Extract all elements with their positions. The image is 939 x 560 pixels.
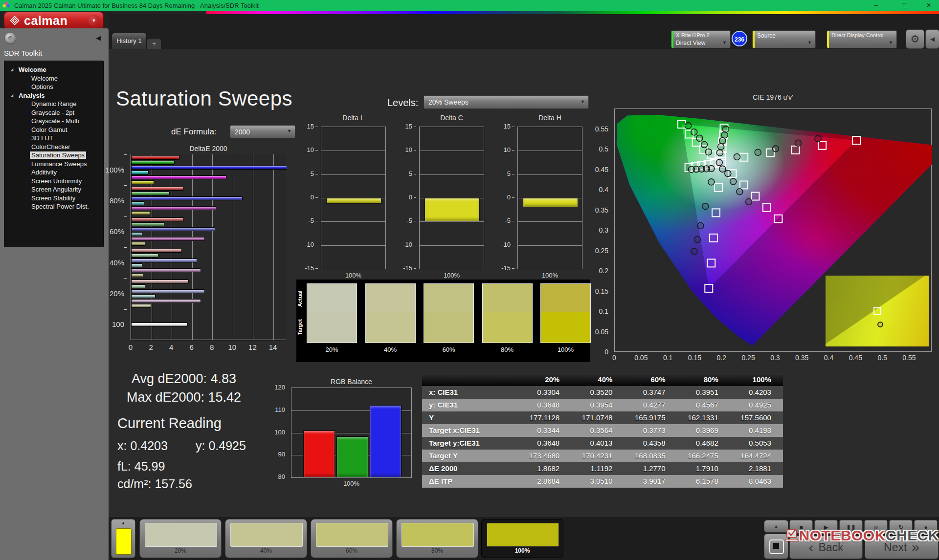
axis-tick xyxy=(315,150,318,151)
pattern-patch-80[interactable]: 80% xyxy=(396,519,478,558)
y-tick-label: -10 xyxy=(305,241,314,248)
sidebar-item-options[interactable]: Options xyxy=(4,83,103,91)
de-formula-dropdown[interactable]: 2000 ▼ xyxy=(230,125,295,138)
swatch-60 xyxy=(424,283,474,343)
gridline xyxy=(420,245,484,246)
pattern-patch-100[interactable]: 100% xyxy=(481,519,563,558)
collapse-panel-button[interactable]: ◀ xyxy=(925,29,939,49)
sidebar-item-welcome[interactable]: Welcome xyxy=(4,74,103,83)
loop-button[interactable]: ∞ xyxy=(864,520,888,534)
loop-icon: ∞ xyxy=(874,524,878,531)
stop-button[interactable]: ■ xyxy=(789,520,813,534)
play-button[interactable]: ▶ xyxy=(814,520,838,534)
stop-measure-button[interactable] xyxy=(764,534,788,559)
sidebar-item-welcome[interactable]: ◢Welcome xyxy=(4,65,103,74)
cie-y-tick-label: 0.35 xyxy=(595,206,608,214)
sidebar-item-dynamic-range[interactable]: Dynamic Range xyxy=(4,100,103,108)
calman-diamond-icon xyxy=(8,14,21,27)
chevron-right-icon: » xyxy=(912,539,919,555)
source-dropdown[interactable]: Source ▼ xyxy=(752,30,816,48)
sidebar-item-label: Grayscale - 2pt xyxy=(30,109,76,116)
y-tick-label: 100 xyxy=(274,429,285,436)
sidebar-item-analysis[interactable]: ◢Analysis xyxy=(4,91,103,100)
pattern-patch-20[interactable]: 20% xyxy=(139,519,222,558)
record-button[interactable]: ● xyxy=(914,520,938,534)
y-tick-label: 15 xyxy=(405,123,412,130)
pattern-patch-60[interactable]: 60% xyxy=(311,519,393,558)
swatch-target xyxy=(424,312,473,343)
workflow-indicator[interactable] xyxy=(5,33,16,43)
calman-menu-button[interactable]: calman ▼ xyxy=(4,12,104,29)
cie-chart-title: CIE 1976 u'v' xyxy=(614,93,932,101)
table-cell: 0.4277 xyxy=(624,399,677,411)
table-cell: 173.4680 xyxy=(518,450,571,462)
table-cell: 171.0748 xyxy=(571,411,624,424)
expander-icon[interactable]: ◢ xyxy=(10,91,13,100)
cie-y-tick-label: 0.1 xyxy=(599,307,608,315)
display-control-dropdown[interactable]: Direct Display Control ▼ xyxy=(827,30,897,48)
deltae-bar-red xyxy=(131,187,184,191)
sidebar-item-grayscale-2pt[interactable]: Grayscale - 2pt xyxy=(4,108,103,117)
tab-history-1[interactable]: History 1 xyxy=(112,33,147,49)
sidebar-item-colorchecker[interactable]: ColorChecker xyxy=(4,143,103,151)
cie-measured-marker-blue xyxy=(691,248,697,255)
current-reading-title: Current Reading xyxy=(117,415,222,431)
pattern-preview-tile[interactable]: ▲ xyxy=(111,519,135,558)
table-row-y: Y177.1128171.0748165.9175162.1331157.560… xyxy=(422,411,783,424)
delta-c-x-label: 100% xyxy=(419,272,484,279)
meter-count-badge[interactable]: 236 xyxy=(732,31,747,46)
swatch-20 xyxy=(307,283,357,343)
refresh-button[interactable]: ↻ xyxy=(889,520,913,534)
restore-button[interactable] xyxy=(894,0,915,11)
y-tick-label: 15 xyxy=(307,123,314,130)
pattern-patch-40[interactable]: 40% xyxy=(225,519,307,558)
deltae-bar-red xyxy=(131,249,182,253)
cie-y-tick-label: 0.55 xyxy=(595,125,608,133)
levels-dropdown[interactable]: 20% Sweeps ▼ xyxy=(424,95,589,109)
sidebar-collapse-button[interactable]: ◀ xyxy=(93,33,104,43)
add-tab-button[interactable]: + xyxy=(147,38,161,49)
refresh-icon: ↻ xyxy=(898,524,903,531)
axis-tick xyxy=(124,185,127,186)
next-button[interactable]: Next » xyxy=(865,536,939,559)
sidebar-item-label: Welcome xyxy=(17,66,48,73)
table-cell: 0.3520 xyxy=(571,386,624,399)
cie-y-tick-label: 0 xyxy=(604,348,608,356)
sidebar-item-3d-lut[interactable]: 3D LUT xyxy=(4,134,103,143)
table-cell: 0.4013 xyxy=(571,437,624,450)
sidebar-item-grayscale-multi[interactable]: Grayscale - Multi xyxy=(4,117,103,126)
y-tick-label: 0 xyxy=(409,194,412,201)
pause-button[interactable]: ❚❚ xyxy=(839,520,863,534)
swatch-80 xyxy=(482,283,533,343)
deltae-bar-magenta xyxy=(131,268,201,272)
measurement-table: 20%40%60%80%100%x: CIE310.33040.35200.37… xyxy=(422,373,783,488)
deltae-bar-blue xyxy=(131,258,197,262)
meter-dropdown[interactable]: X-Rite i1Pro 2 Direct View ▼ xyxy=(671,30,731,48)
y-tick-label: 5 xyxy=(311,170,314,177)
cie-x-tick-label: 0.55 xyxy=(900,354,918,362)
deltae-y-axis: 100%80%60%40%20%100 xyxy=(86,154,127,340)
back-button[interactable]: ‹ Back xyxy=(789,536,863,559)
calman-menu-arrow[interactable]: ▼ xyxy=(88,15,100,26)
deltae-x-tick-label: 12 xyxy=(246,343,258,351)
cie-x-tick-label: 0.5 xyxy=(873,354,891,362)
sidebar-item-color-gamut[interactable]: Color Gamut xyxy=(4,126,103,134)
source-label: Source xyxy=(757,32,776,39)
expander-icon[interactable]: ◢ xyxy=(10,65,13,74)
max-de2000-reading: Max dE2000: 15.42 xyxy=(112,390,256,405)
table-cell: 0.3564 xyxy=(571,424,624,437)
cie-measured-marker-blue xyxy=(702,203,709,210)
swatch-level-label: 20% xyxy=(307,346,357,353)
minimize-button[interactable]: – xyxy=(866,0,886,11)
panel-up-button[interactable]: ▲ xyxy=(764,520,788,533)
close-button[interactable]: × xyxy=(918,0,939,11)
levels-value: 20% Sweeps xyxy=(428,98,469,106)
delta-bar xyxy=(326,198,381,204)
settings-button[interactable]: ⚙ xyxy=(906,29,924,49)
delta-c-y-axis: 151050-5-10-15 xyxy=(398,127,416,269)
table-row-label: ΔE 2000 xyxy=(422,462,518,475)
table-header-row: 20%40%60%80%100% xyxy=(422,373,783,386)
swatch-actual xyxy=(307,284,357,312)
y-tick-label: -15 xyxy=(305,264,314,272)
table-header-cell: 100% xyxy=(730,373,783,386)
